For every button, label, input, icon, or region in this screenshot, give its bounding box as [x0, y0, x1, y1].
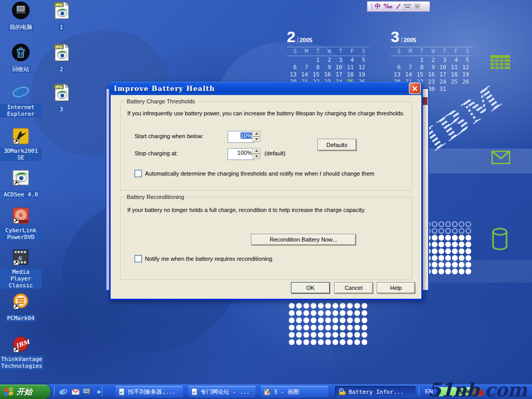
calendar-day: 19 — [355, 71, 367, 78]
pen-icon[interactable] — [395, 3, 401, 10]
calendar-day: 5 — [355, 56, 367, 63]
dot — [303, 310, 309, 316]
desktop-icon-my-computer[interactable]: 我的电脑 — [0, 1, 42, 31]
dot — [438, 269, 444, 274]
group-title: Battery Reconditioning — [125, 194, 186, 200]
ime-chinese-icon[interactable]: 中 — [375, 2, 381, 11]
auto-determine-checkbox[interactable] — [135, 170, 142, 177]
task-button-server-not-found[interactable]: e 找不到服务器,... — [115, 386, 183, 397]
icon-label: 2 — [59, 66, 64, 73]
dot — [296, 303, 302, 309]
desktop-icon-pcmark04[interactable]: PCMark04 — [0, 292, 42, 322]
calendar-day — [448, 85, 459, 92]
desktop-icon-jpg-2[interactable]: JPG 2 — [41, 43, 82, 73]
desktop-icon-acdsee[interactable]: ACDSee 4.0 — [0, 168, 42, 198]
calendar-day: 18 — [448, 71, 459, 78]
desktop-icon-recycle-bin[interactable]: 回收站 — [0, 43, 42, 73]
quick-launch-show-desktop-icon[interactable] — [82, 387, 92, 397]
dot — [332, 317, 338, 323]
dot — [289, 325, 295, 330]
quick-launch-grip[interactable] — [54, 387, 56, 396]
ok-button[interactable]: OK — [291, 282, 330, 294]
desktop-icon-powerdvd[interactable]: CyberLink PowerDVD — [0, 206, 42, 241]
cylinder-icon — [491, 228, 508, 250]
task-button-forum[interactable]: e 专门网论坛 - ... — [188, 386, 256, 397]
desktop-icon-internet-explorer[interactable]: e Internet Explorer — [0, 83, 42, 118]
dot — [459, 269, 464, 274]
svg-text:!: ! — [341, 390, 342, 393]
dot — [296, 332, 302, 338]
dot — [347, 325, 353, 330]
notify-reconditioning-checkbox[interactable] — [135, 255, 142, 262]
desktop-icon-media-player-classic[interactable]: s Media Player Classic — [0, 248, 42, 289]
language-bar[interactable]: 中 ‰ — [367, 1, 430, 12]
dot — [332, 303, 338, 309]
svg-text:JPG: JPG — [55, 85, 63, 89]
stop-charging-input[interactable]: 100% — [228, 148, 254, 160]
keyboard-icon[interactable] — [404, 4, 411, 9]
start-charging-input[interactable]: 10% — [228, 131, 254, 143]
desktop-icon-jpg-1[interactable]: JPG 1 — [41, 1, 82, 31]
quick-launch-ie-icon[interactable]: e — [58, 387, 69, 397]
cancel-button[interactable]: Cancel — [334, 282, 373, 294]
dot — [438, 235, 444, 241]
calendar-day: 19 — [459, 71, 471, 78]
dot — [303, 332, 309, 338]
dot — [318, 339, 324, 345]
dot — [303, 303, 309, 309]
task-button-battery-information[interactable]: ! Battery Infor... — [335, 386, 416, 397]
help-button[interactable]: Help — [377, 282, 415, 294]
start-charging-spinner[interactable] — [252, 131, 260, 142]
calendar-year: 2005 — [402, 37, 416, 43]
default-note: (default) — [264, 150, 285, 156]
dot — [340, 325, 345, 330]
language-bar-grip[interactable] — [369, 3, 372, 10]
spin-up-button[interactable] — [252, 148, 260, 154]
taskbar-grip[interactable] — [102, 387, 104, 396]
calendar-day: 2 — [321, 56, 332, 63]
svg-text:JPG: JPG — [55, 45, 63, 49]
calendar-day: 5 — [459, 56, 471, 63]
dot — [432, 235, 437, 241]
desktop-icon-3dmark2001[interactable]: 3DMark2001 SE — [0, 127, 42, 162]
start-charging-label: Start charging when below: — [135, 133, 204, 139]
dot — [432, 255, 437, 261]
calendar-weekday: F — [448, 47, 459, 56]
dot — [318, 325, 324, 330]
tray-grip — [419, 387, 421, 396]
calendar-day — [298, 56, 310, 63]
recondition-battery-button[interactable]: Recondition Battery Now... — [251, 234, 356, 245]
menu-icon[interactable] — [414, 4, 420, 9]
dot — [347, 339, 353, 345]
auto-determine-label: Automatically determine the charging thr… — [145, 170, 374, 177]
start-button[interactable]: 开始 — [0, 384, 50, 399]
notify-reconditioning-checkbox-row[interactable]: Notify me when the battery requires reco… — [135, 255, 272, 262]
calendar-weekday: S — [355, 47, 367, 56]
powerdvd-icon — [11, 206, 30, 225]
desktop-icon-jpg-3[interactable]: JPG 3 — [41, 83, 82, 113]
desktop-icon-thinkvantage[interactable]: IBM ThinkVantage Technologies — [0, 335, 42, 370]
auto-determine-checkbox-row[interactable]: Automatically determine the charging thr… — [135, 170, 374, 177]
dot — [311, 317, 316, 323]
icon-label: ThinkVantage Technologies — [0, 356, 43, 369]
thinkvantage-icon: IBM — [11, 335, 30, 354]
spin-up-button[interactable] — [252, 131, 260, 137]
dot — [289, 310, 295, 316]
improve-battery-health-dialog: Improve Battery Health Battery Charge Th… — [109, 82, 423, 300]
calendar-month: 3 — [391, 28, 400, 46]
dot — [452, 242, 458, 247]
task-button-paint[interactable]: 3 - 画图 — [261, 386, 328, 397]
defaults-button[interactable]: Defaults — [317, 139, 356, 151]
dot — [466, 228, 471, 234]
task-label: 找不到服务器,... — [128, 388, 176, 396]
spin-down-button[interactable] — [252, 137, 260, 142]
quick-launch-mail-icon[interactable] — [71, 387, 81, 397]
close-button[interactable] — [409, 83, 421, 94]
spin-down-button[interactable] — [252, 154, 260, 159]
dialog-titlebar[interactable]: Improve Battery Health — [109, 82, 423, 95]
dot — [325, 310, 331, 316]
acdsee-icon — [11, 168, 30, 187]
stop-charging-spinner[interactable] — [252, 148, 260, 159]
dot — [303, 325, 309, 330]
ime-ratio-icon[interactable]: ‰ — [383, 2, 392, 11]
